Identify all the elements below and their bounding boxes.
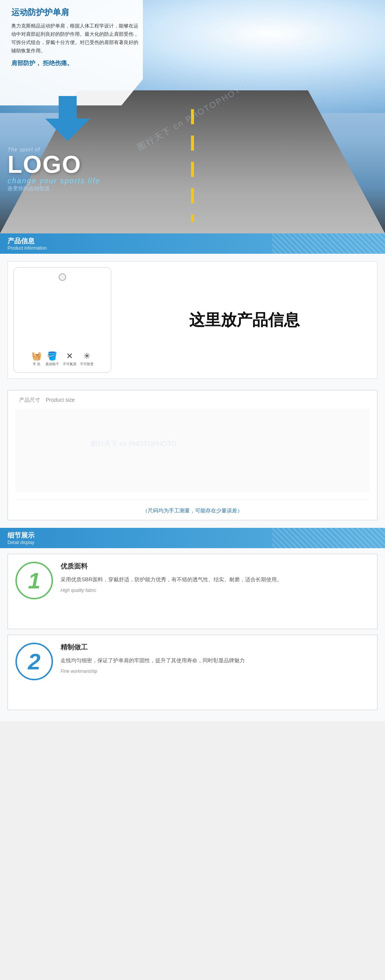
detail-title-1: 优质面料 xyxy=(60,562,369,571)
detail-card-2: 2 精制做工 走线均匀细密，保证了护单肩的牢固性，提升了其使用寿命，同时彰显品牌… xyxy=(8,635,377,710)
product-info-text-area: 这里放产品信息 xyxy=(117,267,371,373)
product-info-header: 产品信息 Product information xyxy=(0,234,385,254)
logo-area: The sport of LOGO change your sports lif… xyxy=(8,146,100,192)
size-box: 产品尺寸 Product size 图行天下 cn PHOTOPHOTO （尺码… xyxy=(8,390,377,520)
care-icons: 🧺 手 洗 🪣 悬挂晾干 ✕ 不可氯漂 ✳ 不可熨烫 xyxy=(32,345,93,367)
product-info-placeholder: 这里放产品信息 xyxy=(189,309,299,331)
detail-header-title: 细节展示 xyxy=(8,531,377,540)
care-icon-wash: 🧺 手 洗 xyxy=(32,351,42,367)
size-note: （尺码均为手工测量，可能存在少量误差） xyxy=(16,500,369,514)
detail-body-2: 走线均匀细密，保证了护单肩的牢固性，提升了其使用寿命，同时彰显品牌魅力 xyxy=(60,655,369,666)
logo-big: LOGO xyxy=(8,153,100,177)
detail-card-1: 1 优质面料 采用优质SBR面料，穿戴舒适，防护能力优秀，有不错的透气性、结实、… xyxy=(8,554,377,629)
noiron-symbol: ✳ xyxy=(84,351,90,361)
detail-section: 1 优质面料 采用优质SBR面料，穿戴舒适，防护能力优秀，有不错的透气性、结实、… xyxy=(0,548,385,721)
hero-title: 运动防护护单肩 xyxy=(11,7,139,18)
wash-symbol: 🧺 xyxy=(32,351,42,361)
wash-label: 手 洗 xyxy=(33,362,41,367)
nochlorine-label: 不可氯漂 xyxy=(63,362,76,367)
tag-card: 🧺 手 洗 🪣 悬挂晾干 ✕ 不可氯漂 ✳ 不可熨烫 xyxy=(14,267,111,373)
detail-en-2: Fine workmanship xyxy=(60,669,369,674)
detail-title-2: 精制做工 xyxy=(60,643,369,652)
nochlorine-symbol: ✕ xyxy=(66,351,73,361)
hero-body: 奥力克斯精品运动护单肩，根据人体工程学设计，能够在运动中对肩部起到良好的防护作用… xyxy=(11,22,139,55)
detail-number-2: 2 xyxy=(16,643,53,680)
detail-number-1: 1 xyxy=(16,562,53,599)
product-info-header-sub: Product information xyxy=(8,245,377,251)
hang-label: 悬挂晾干 xyxy=(46,362,59,367)
hero-section: 运动防护护单肩 奥力克斯精品运动护单肩，根据人体工程学设计，能够在运动中对肩部起… xyxy=(0,0,385,234)
detail-header-sub: Detail display xyxy=(8,540,377,545)
road-center-line xyxy=(191,109,194,222)
product-info-inner: 🧺 手 洗 🪣 悬挂晾干 ✕ 不可氯漂 ✳ 不可熨烫 这里放产品信息 xyxy=(8,261,377,379)
logo-tagline-cn: 改变你的运动生活 xyxy=(8,185,100,192)
detail-header: 细节展示 Detail display xyxy=(0,528,385,548)
detail-body-1: 采用优质SBR面料，穿戴舒适，防护能力优秀，有不错的透气性、结实、耐磨，适合长期… xyxy=(60,574,369,585)
logo-tagline: change your sports life xyxy=(8,177,100,185)
detail-text-1: 优质面料 采用优质SBR面料，穿戴舒适，防护能力优秀，有不错的透气性、结实、耐磨… xyxy=(60,562,369,593)
size-section: 产品尺寸 Product size 图行天下 cn PHOTOPHOTO （尺码… xyxy=(0,386,385,528)
hero-text-block: 运动防护护单肩 奥力克斯精品运动护单肩，根据人体工程学设计，能够在运动中对肩部起… xyxy=(11,7,139,67)
size-chart-area: 图行天下 cn PHOTOPHOTO xyxy=(16,409,369,492)
tag-hole xyxy=(59,273,66,281)
size-watermark: 图行天下 cn PHOTOPHOTO xyxy=(90,439,176,449)
noiron-label: 不可熨烫 xyxy=(80,362,93,367)
detail-en-1: High quality fabric xyxy=(60,588,369,593)
size-title: 产品尺寸 Product size xyxy=(16,396,369,404)
hero-slogan: 肩部防护， 拒绝伤痛。 xyxy=(11,59,139,67)
care-icon-noiron: ✳ 不可熨烫 xyxy=(80,351,93,367)
care-icon-nochlorine: ✕ 不可氯漂 xyxy=(63,351,76,367)
detail-text-2: 精制做工 走线均匀细密，保证了护单肩的牢固性，提升了其使用寿命，同时彰显品牌魅力… xyxy=(60,643,369,674)
product-info-header-title: 产品信息 xyxy=(8,236,377,245)
product-info-section: 🧺 手 洗 🪣 悬挂晾干 ✕ 不可氯漂 ✳ 不可熨烫 这里放产品信息 xyxy=(0,254,385,386)
hang-symbol: 🪣 xyxy=(47,351,57,361)
care-icon-hang: 🪣 悬挂晾干 xyxy=(46,351,59,367)
